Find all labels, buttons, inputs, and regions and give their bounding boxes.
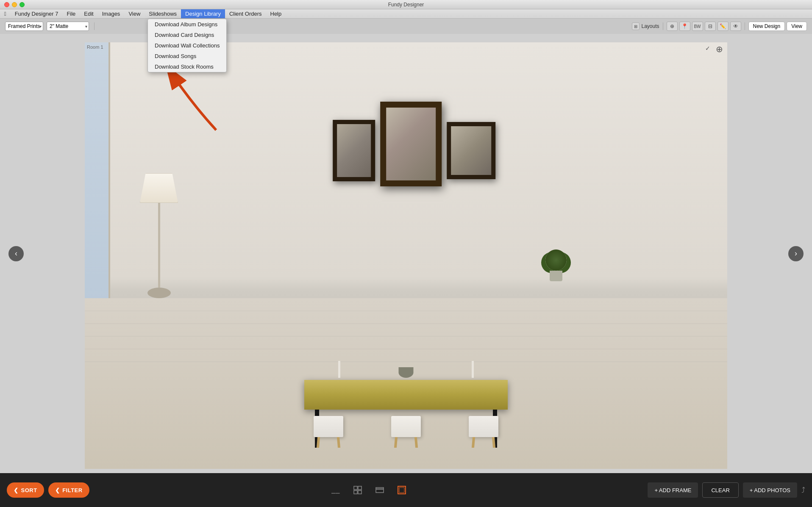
chair-leg-fl: [317, 437, 320, 448]
filter-button[interactable]: ❮ FILTER: [48, 482, 89, 498]
arrange-svg: [375, 485, 384, 495]
svg-rect-8: [354, 490, 357, 494]
svg-rect-10: [376, 488, 384, 489]
window-title: Fundy Designer: [388, 2, 424, 8]
lamp-pole: [158, 203, 160, 288]
bottom-bar: ❮ SORT ❮ FILTER ⎯⎯: [0, 473, 812, 507]
design-library-dropdown: Download Album Designs Download Card Des…: [147, 19, 227, 72]
menu-images[interactable]: Images: [98, 9, 125, 18]
room-view: Room 1: [85, 42, 727, 469]
divider2: [663, 22, 663, 30]
menu-download-stock[interactable]: Download Stock Rooms: [148, 61, 226, 72]
layouts-icon[interactable]: ⊞: [632, 22, 640, 30]
menu-download-card[interactable]: Download Card Designs: [148, 30, 226, 40]
print-type-wrapper: Framed Prints: [5, 22, 43, 31]
next-room-button[interactable]: ›: [788, 246, 804, 261]
chair-2: [391, 416, 421, 448]
menu-slideshows[interactable]: Slideshows: [145, 9, 181, 18]
chair-seat-2: [391, 416, 421, 437]
svg-rect-7: [358, 486, 362, 490]
chair-legs-1: [314, 437, 343, 448]
pin-icon[interactable]: 📍: [679, 22, 690, 31]
table-top: [304, 380, 508, 410]
svg-rect-11: [376, 489, 384, 493]
print-type-select[interactable]: Framed Prints: [5, 22, 43, 31]
arrange-icon[interactable]: [373, 483, 387, 497]
prev-room-button[interactable]: ‹: [8, 246, 24, 261]
photo-left: [337, 124, 371, 177]
layouts-label[interactable]: Layouts: [641, 23, 659, 29]
frame-icon[interactable]: [395, 483, 409, 497]
room-background: ✓ ⊕: [85, 42, 727, 469]
main-canvas: ‹ › Room 1: [0, 34, 812, 473]
frame-center[interactable]: [380, 102, 442, 186]
frame-style-wrapper: 2" Matte: [47, 22, 89, 31]
new-design-button[interactable]: New Design: [748, 22, 785, 31]
menu-download-wall[interactable]: Download Wall Collections: [148, 40, 226, 51]
menu-download-songs[interactable]: Download Songs: [148, 51, 226, 61]
lamp-base: [147, 288, 171, 298]
frame-style-select[interactable]: 2" Matte: [47, 22, 89, 31]
lamp-shade: [140, 173, 178, 203]
floor-lamp: [140, 173, 178, 298]
sort-label: SORT: [21, 487, 37, 493]
plant-decoration: [545, 249, 567, 281]
toolbar: Framed Prints 2" Matte ⊞ Layouts ⊕ 📍 BW …: [0, 19, 812, 34]
menu-design-library[interactable]: Design Library: [181, 9, 225, 18]
filter-label: FILTER: [62, 487, 83, 493]
svg-rect-9: [358, 490, 362, 494]
chair-1: [314, 416, 343, 448]
menu-help[interactable]: Help: [266, 9, 286, 18]
photo-grid-icon[interactable]: [351, 483, 364, 497]
drag-handle-icon[interactable]: ⎯⎯: [329, 483, 342, 497]
photo-right: [451, 126, 491, 175]
menu-view[interactable]: View: [124, 9, 145, 18]
bw-icon[interactable]: BW: [692, 22, 703, 31]
menu-file[interactable]: File: [62, 9, 80, 18]
chair-seat-3: [469, 416, 498, 437]
dining-table-area: [289, 380, 523, 448]
bottom-right-buttons: + ADD FRAME CLEAR + ADD PHOTOS ⤴: [648, 482, 805, 498]
add-frame-button[interactable]: + ADD FRAME: [648, 482, 698, 498]
clear-button[interactable]: CLEAR: [702, 482, 738, 498]
room-label: Room 1: [87, 44, 103, 50]
wall-frames: [333, 114, 495, 186]
frame-svg: [397, 485, 406, 495]
chair-leg-3r: [492, 437, 495, 448]
menu-download-album[interactable]: Download Album Designs: [148, 19, 226, 30]
menu-apple[interactable]: : [0, 9, 11, 18]
menu-app-name[interactable]: Fundy Designer 7: [11, 9, 63, 18]
chair-3: [469, 416, 498, 448]
chair-leg-fr: [337, 437, 340, 448]
chairs-front: [289, 416, 523, 448]
chair-leg-2r: [414, 437, 418, 448]
grid-icon[interactable]: ⊟: [705, 22, 716, 31]
minimize-button[interactable]: [12, 2, 17, 7]
chair-legs-2: [391, 437, 421, 448]
export-icon[interactable]: ⤴: [801, 486, 805, 495]
frame-left[interactable]: [333, 120, 375, 181]
frame-right[interactable]: [447, 122, 495, 179]
svg-rect-13: [399, 488, 404, 493]
chair-leg-3l: [472, 437, 475, 448]
zoom-icon[interactable]: ⊕: [667, 22, 678, 31]
divider3: [745, 22, 745, 30]
svg-rect-6: [354, 486, 357, 490]
toolbar-divider: [94, 22, 95, 30]
add-room-button[interactable]: ⊕: [716, 44, 723, 54]
candle-right: [472, 361, 474, 378]
edit-icon[interactable]: ✏️: [717, 22, 729, 31]
candle-left: [338, 361, 340, 378]
chair-legs-3: [469, 437, 498, 448]
maximize-button[interactable]: [19, 2, 25, 7]
menu-edit[interactable]: Edit: [80, 9, 97, 18]
add-photos-button[interactable]: + ADD PHOTOS: [743, 482, 797, 498]
menu-client-orders[interactable]: Client Orders: [225, 9, 266, 18]
close-button[interactable]: [4, 2, 9, 7]
chair-seat-1: [314, 416, 343, 437]
sort-button[interactable]: ❮ SORT: [7, 482, 44, 498]
view-button[interactable]: View: [787, 22, 807, 31]
photo-center: [386, 108, 436, 180]
eye-icon[interactable]: 👁: [730, 22, 741, 31]
grid-svg: [353, 485, 362, 495]
